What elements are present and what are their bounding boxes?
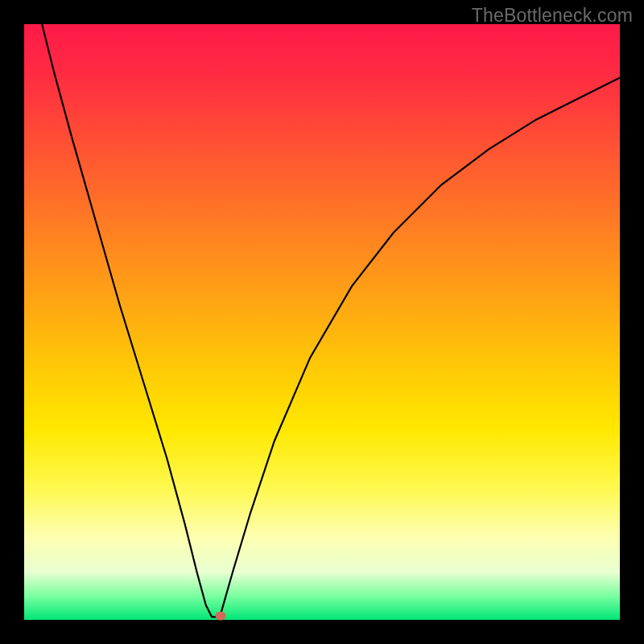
watermark-text: TheBottleneck.com	[472, 5, 633, 27]
chart-frame: TheBottleneck.com	[0, 0, 644, 644]
bottleneck-curve-path	[42, 24, 620, 617]
plot-area	[24, 24, 620, 620]
minimum-marker	[216, 611, 226, 620]
curve-svg	[24, 24, 620, 620]
